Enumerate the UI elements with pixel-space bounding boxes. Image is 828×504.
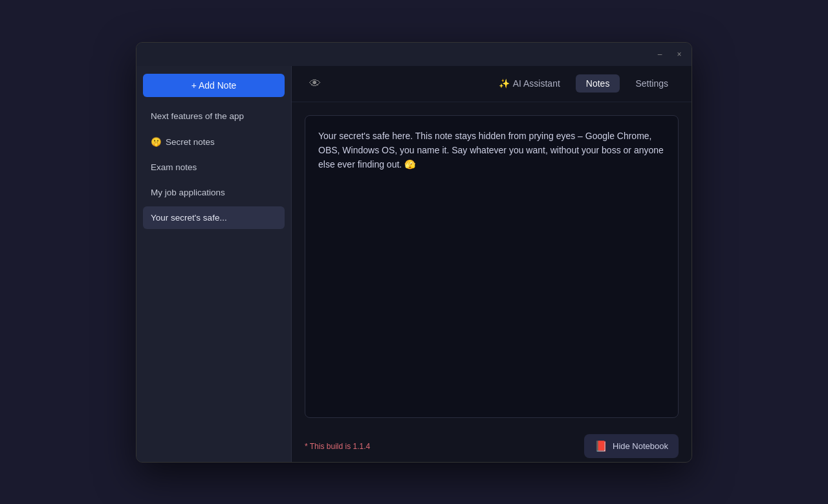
right-panel: 👁 ✨ AI Assistant Notes Settings * This b… (292, 66, 692, 462)
sparkle-icon: ✨ (499, 78, 510, 89)
app-window: – × + Add Note Next features of the app … (136, 42, 692, 463)
editor-area (292, 102, 692, 431)
tab-ai-assistant[interactable]: ✨ AI Assistant (488, 74, 571, 93)
minimize-button[interactable]: – (655, 50, 664, 59)
close-button[interactable]: × (675, 50, 684, 59)
sidebar-item-secret-safe[interactable]: Your secret's safe... (143, 206, 285, 229)
note-editor[interactable] (305, 115, 679, 418)
tab-notes[interactable]: Notes (576, 74, 620, 93)
eye-icon[interactable]: 👁 (305, 73, 325, 94)
sidebar-item-secret-notes[interactable]: 🤫Secret notes (143, 130, 285, 153)
footer: * This build is 1.1.4 📕 Hide Notebook (292, 431, 692, 462)
sidebar: + Add Note Next features of the app 🤫Sec… (136, 66, 292, 462)
sidebar-item-next-features[interactable]: Next features of the app (143, 105, 285, 127)
build-info: * This build is 1.1.4 (305, 442, 370, 451)
book-icon: 📕 (594, 440, 607, 452)
main-content: + Add Note Next features of the app 🤫Sec… (136, 66, 692, 462)
add-note-button[interactable]: + Add Note (143, 74, 285, 97)
top-nav: 👁 ✨ AI Assistant Notes Settings (292, 66, 692, 102)
hide-notebook-label: Hide Notebook (613, 441, 668, 451)
sidebar-item-job-applications[interactable]: My job applications (143, 181, 285, 204)
secret-notes-emoji: 🤫 (151, 137, 162, 147)
tab-settings[interactable]: Settings (625, 74, 679, 93)
hide-notebook-button[interactable]: 📕 Hide Notebook (584, 434, 679, 458)
ai-assistant-label: AI Assistant (513, 78, 560, 89)
titlebar: – × (136, 43, 692, 66)
sidebar-item-exam-notes[interactable]: Exam notes (143, 156, 285, 179)
